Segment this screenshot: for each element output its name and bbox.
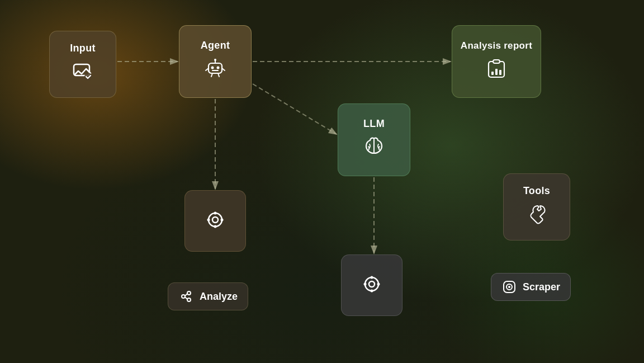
svg-rect-8 bbox=[209, 63, 222, 73]
agent-icon bbox=[203, 56, 228, 83]
agent-label: Agent bbox=[201, 40, 230, 51]
svg-point-29 bbox=[221, 218, 224, 221]
llm-node: LLM bbox=[338, 103, 410, 176]
scraper-label: Scraper bbox=[491, 273, 571, 301]
scraper-text: Scraper bbox=[523, 281, 560, 293]
tools-icon bbox=[524, 201, 549, 229]
svg-point-31 bbox=[369, 281, 375, 287]
svg-line-40 bbox=[185, 297, 187, 299]
loop-top-icon bbox=[203, 208, 228, 235]
llm-label: LLM bbox=[363, 118, 385, 130]
svg-point-10 bbox=[217, 67, 220, 69]
svg-point-30 bbox=[365, 277, 378, 291]
input-node: Input bbox=[49, 31, 116, 98]
svg-point-34 bbox=[364, 282, 367, 285]
svg-line-39 bbox=[185, 294, 187, 296]
svg-point-27 bbox=[214, 225, 217, 228]
analyze-text: Analyze bbox=[200, 291, 238, 303]
svg-point-36 bbox=[182, 295, 185, 298]
svg-point-28 bbox=[207, 218, 210, 221]
brain-icon bbox=[362, 134, 386, 162]
svg-rect-22 bbox=[499, 70, 501, 75]
svg-point-24 bbox=[209, 213, 222, 227]
analysis-report-node: Analysis report bbox=[452, 25, 541, 98]
svg-point-38 bbox=[187, 298, 191, 301]
tools-label: Tools bbox=[523, 185, 550, 197]
svg-rect-20 bbox=[491, 72, 494, 75]
loop-bottom-node bbox=[341, 254, 402, 316]
analyze-label: Analyze bbox=[168, 282, 248, 310]
svg-point-25 bbox=[212, 217, 218, 223]
loop-top-node bbox=[184, 190, 246, 252]
input-icon bbox=[70, 59, 95, 86]
tools-node: Tools bbox=[503, 173, 570, 241]
svg-point-33 bbox=[371, 289, 373, 292]
report-label: Analysis report bbox=[461, 40, 532, 51]
svg-point-13 bbox=[214, 59, 216, 61]
loop-bottom-icon bbox=[359, 272, 384, 299]
svg-point-9 bbox=[211, 67, 214, 69]
svg-point-37 bbox=[187, 291, 191, 295]
svg-point-32 bbox=[371, 276, 373, 279]
svg-point-26 bbox=[214, 211, 217, 214]
svg-rect-21 bbox=[495, 69, 498, 75]
svg-point-43 bbox=[508, 286, 510, 288]
svg-point-35 bbox=[377, 282, 380, 285]
agent-node: Agent bbox=[179, 25, 252, 98]
svg-rect-19 bbox=[493, 60, 500, 63]
report-icon bbox=[484, 56, 509, 83]
input-label: Input bbox=[70, 43, 95, 54]
